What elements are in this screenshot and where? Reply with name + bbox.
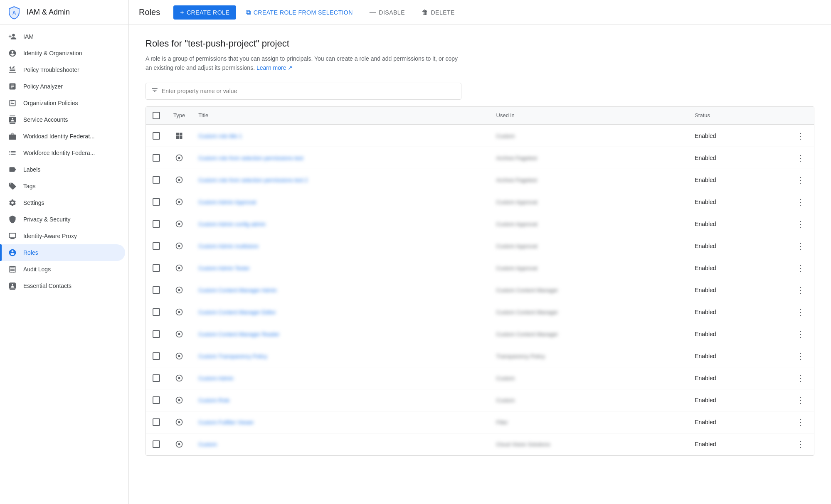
row-title[interactable]: Custom role from selection permissions t… [198, 155, 303, 161]
row-more-actions[interactable]: ⋮ [794, 305, 807, 319]
filter-icon [151, 86, 158, 96]
row-checkbox[interactable] [153, 374, 160, 382]
row-status: Enabled [695, 353, 716, 359]
brand-section: A IAM & Admin [0, 0, 129, 25]
row-checkbox[interactable] [153, 418, 160, 426]
sidebar-item-identity-org[interactable]: Identity & Organization [0, 45, 125, 61]
row-status: Enabled [695, 331, 716, 337]
sidebar-item-policy-troubleshooter[interactable]: Policy Troubleshooter [0, 61, 125, 78]
row-more-actions[interactable]: ⋮ [794, 393, 807, 407]
sidebar-item-organization-policies[interactable]: Organization Policies [0, 95, 125, 111]
sidebar-item-policy-analyzer[interactable]: Policy Analyzer [0, 78, 125, 95]
row-checkbox[interactable] [153, 154, 160, 162]
row-checkbox[interactable] [153, 396, 160, 404]
row-used-in: Custom Content Manager [496, 287, 558, 293]
row-title[interactable]: Custom Role [198, 397, 229, 403]
table-row: Custom role from selection permissions t… [146, 169, 814, 191]
row-more-actions[interactable]: ⋮ [794, 129, 807, 143]
circle-type-icon [173, 374, 185, 382]
row-more-actions[interactable]: ⋮ [794, 217, 807, 231]
delete-button[interactable]: 🗑 DELETE [415, 5, 461, 20]
row-title[interactable]: Custom role from selection permissions t… [198, 177, 308, 183]
row-title[interactable]: Custom Transparency Policy [198, 353, 267, 359]
sidebar-item-roles[interactable]: Roles [0, 244, 125, 261]
row-title[interactable]: Custom Admin config admin [198, 221, 266, 227]
sidebar-item-settings[interactable]: Settings [0, 194, 125, 211]
sidebar-item-essential-contacts[interactable]: Essential Contacts [0, 278, 125, 294]
row-checkbox[interactable] [153, 132, 160, 140]
filter-input[interactable] [162, 88, 456, 94]
contact-card-icon [8, 282, 17, 290]
sidebar-item-workload-identity-label: Workload Identity Federat... [23, 133, 118, 140]
sidebar-item-iam[interactable]: IAM [0, 28, 125, 45]
table-body: Custom role title 1CustomEnabled⋮ Custom… [146, 125, 814, 455]
row-checkbox[interactable] [153, 242, 160, 250]
sidebar-item-workload-identity[interactable]: Workload Identity Federat... [0, 128, 125, 145]
row-checkbox[interactable] [153, 286, 160, 294]
row-title[interactable]: Custom Content Manager Reader [198, 331, 279, 337]
content-description: A role is a group of permissions that yo… [145, 54, 461, 73]
sidebar-item-settings-label: Settings [23, 199, 118, 206]
row-more-actions[interactable]: ⋮ [794, 283, 807, 297]
row-more-actions[interactable]: ⋮ [794, 438, 807, 451]
disable-button[interactable]: — DISABLE [363, 5, 412, 20]
row-title[interactable]: Custom Admin multistore [198, 243, 259, 249]
select-all-checkbox[interactable] [153, 112, 160, 119]
table-header-row: Type Title Used in Status [146, 107, 814, 125]
table-row: CustomCloud Vision SolutionsEnabled⋮ [146, 433, 814, 455]
row-more-actions[interactable]: ⋮ [794, 239, 807, 253]
learn-more-link[interactable]: Learn more ↗ [256, 64, 293, 71]
table-row: Custom Admin config adminCustom Approval… [146, 213, 814, 235]
create-role-button[interactable]: + CREATE ROLE [173, 5, 236, 20]
row-title[interactable]: Custom Admin Tester [198, 265, 249, 271]
row-more-actions[interactable]: ⋮ [794, 371, 807, 385]
row-checkbox[interactable] [153, 330, 160, 338]
circle-type-icon [173, 176, 185, 184]
sidebar-item-identity-aware-proxy[interactable]: Identity-Aware Proxy [0, 228, 125, 244]
row-checkbox[interactable] [153, 264, 160, 272]
row-status: Enabled [695, 419, 716, 425]
row-title[interactable]: Custom Content Manager Editor [198, 309, 276, 315]
row-more-actions[interactable]: ⋮ [794, 261, 807, 275]
list-alt-icon [8, 99, 17, 107]
row-used-in: Transparency Policy [496, 353, 545, 359]
circle-type-icon [173, 440, 185, 448]
sidebar-item-service-accounts[interactable]: Service Accounts [0, 111, 125, 128]
row-more-actions[interactable]: ⋮ [794, 151, 807, 165]
row-title[interactable]: Custom Content Manager Admin [198, 287, 277, 293]
svg-point-25 [178, 399, 180, 401]
sidebar-item-privacy-security[interactable]: Privacy & Security [0, 211, 125, 228]
row-title[interactable]: Custom Admin [198, 375, 234, 381]
sidebar-item-audit-logs[interactable]: Audit Logs [0, 261, 125, 278]
row-more-actions[interactable]: ⋮ [794, 327, 807, 341]
row-title[interactable]: Custom role title 1 [198, 133, 242, 139]
sidebar-item-labels[interactable]: Labels [0, 161, 125, 178]
row-status: Enabled [695, 243, 716, 249]
row-checkbox[interactable] [153, 308, 160, 316]
table-row: Custom Admin TesterCustom ApprovalEnable… [146, 257, 814, 279]
row-title[interactable]: Custom Fulfiller Viewer [198, 419, 254, 425]
row-checkbox[interactable] [153, 176, 160, 184]
create-role-from-selection-button[interactable]: ⧉ CREATE ROLE FROM SELECTION [239, 5, 360, 20]
row-more-actions[interactable]: ⋮ [794, 195, 807, 209]
row-checkbox[interactable] [153, 220, 160, 228]
table-row: Custom AdminCustomEnabled⋮ [146, 367, 814, 389]
sidebar-item-tags[interactable]: Tags [0, 178, 125, 194]
sidebar-item-workforce-identity[interactable]: Workforce Identity Federa... [0, 145, 125, 161]
document-icon [8, 82, 17, 91]
row-used-in: Cloud Vision Solutions [496, 441, 550, 447]
row-checkbox[interactable] [153, 198, 160, 206]
row-title[interactable]: Custom [198, 441, 217, 447]
brand-icon: A [7, 5, 22, 20]
row-more-actions[interactable]: ⋮ [794, 349, 807, 363]
row-more-actions[interactable]: ⋮ [794, 173, 807, 187]
header-actions [787, 107, 814, 125]
header-status: Status [688, 107, 787, 125]
row-checkbox[interactable] [153, 352, 160, 360]
sidebar-item-identity-org-label: Identity & Organization [23, 50, 118, 57]
row-used-in: Custom Approval [496, 243, 538, 249]
row-title[interactable]: Custom Admin Approval [198, 199, 256, 205]
row-status: Enabled [695, 441, 716, 447]
row-checkbox[interactable] [153, 440, 160, 448]
row-more-actions[interactable]: ⋮ [794, 415, 807, 429]
